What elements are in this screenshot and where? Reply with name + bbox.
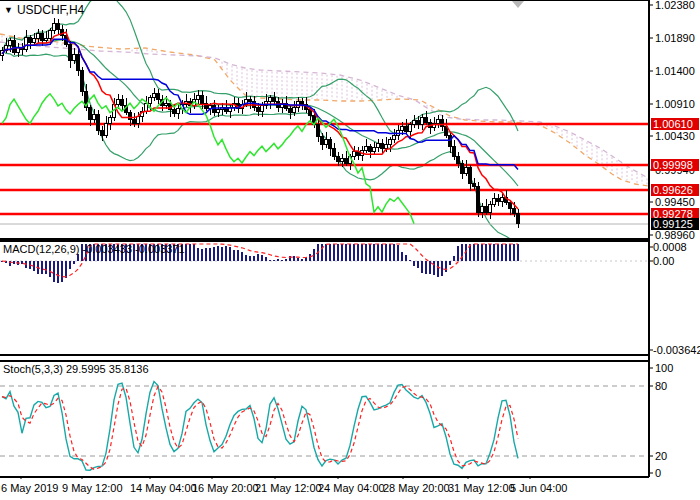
macd-histogram-bar (345, 244, 348, 261)
macd-histogram-bar (201, 249, 204, 261)
stoch-axis-label: 20 (655, 450, 667, 462)
level-price-badge: 0.99998 (651, 159, 699, 171)
macd-histogram-bar (189, 244, 192, 261)
candle-body (81, 71, 84, 91)
macd-histogram-bar (293, 256, 296, 261)
time-axis-label[interactable]: 5 Jun 04:00 (510, 482, 568, 494)
candle-body (101, 130, 104, 135)
macd-histogram-bar (257, 254, 260, 261)
macd-histogram-bar (421, 261, 424, 273)
scroll-position-marker-icon (512, 1, 524, 8)
candle-body (89, 108, 92, 119)
time-axis-label[interactable]: 21 May 12:00 (255, 482, 322, 494)
price-axis-label: 1.02380 (655, 0, 695, 11)
candle-body (381, 144, 384, 149)
senkou-span-a-line (0, 34, 648, 186)
time-axis-label[interactable]: 14 May 04:00 (130, 482, 197, 494)
candle-body (133, 119, 136, 123)
candle-body (177, 109, 180, 114)
candle-body (153, 94, 156, 98)
time-axis-label[interactable]: 28 May 20:00 (383, 482, 450, 494)
candle-body (513, 208, 516, 213)
time-axis-label[interactable]: 31 May 12:00 (448, 482, 515, 494)
macd-histogram-bar (477, 244, 480, 261)
candle-body (385, 145, 388, 149)
candle-body (465, 168, 468, 173)
macd-histogram-bar (401, 252, 404, 261)
macd-histogram-bar (45, 261, 48, 274)
macd-histogram-bar (517, 244, 520, 261)
macd-histogram-bar (53, 261, 56, 282)
macd-axis-label: -0.003642 (653, 344, 700, 356)
chikou-span-line (2, 94, 414, 224)
candle-body (317, 125, 320, 137)
trading-chart-window: ▼USDCHF,H4 MACD(12,26,9) -0.003433 -0.00… (0, 0, 700, 500)
stoch-axis-label: 0 (655, 467, 661, 479)
candle-body (197, 95, 200, 99)
macd-histogram-bar (457, 246, 460, 261)
candle-body (217, 110, 220, 113)
symbol-text: USDCHF,H4 (17, 3, 84, 17)
macd-histogram-bar (297, 258, 300, 261)
candle-body (269, 98, 272, 102)
candle-body (29, 37, 32, 42)
candle-body (25, 37, 28, 49)
price-axis-label: 1.01400 (655, 65, 695, 77)
macd-histogram-bar (197, 248, 200, 261)
time-axis-label[interactable]: 9 May 12:00 (62, 482, 123, 494)
candle-body (345, 158, 348, 163)
macd-histogram-bar (357, 244, 360, 261)
candle-body (453, 146, 456, 157)
candle-body (49, 31, 52, 39)
macd-indicator-label: MACD(12,26,9) -0.003433 -0.003371 (3, 243, 185, 255)
macd-histogram-bar (65, 261, 68, 278)
candle-body (201, 95, 204, 103)
candle-body (289, 109, 292, 113)
macd-histogram-bar (253, 256, 256, 261)
macd-histogram-bar (337, 244, 340, 261)
macd-histogram-bar (265, 257, 268, 261)
candle-body (257, 107, 260, 111)
candle-body (249, 99, 252, 102)
price-axis-label: 0.98960 (655, 229, 695, 241)
candle-body (77, 54, 80, 71)
macd-histogram-bar (513, 244, 516, 261)
candle-body (261, 106, 264, 111)
candle-body (137, 117, 140, 124)
candle-body (105, 123, 108, 135)
macd-histogram-bar (281, 260, 284, 261)
candle-body (457, 157, 460, 164)
candle-body (473, 184, 476, 187)
price-axis-label: 1.00910 (655, 98, 695, 110)
chart-dropdown-icon: ▼ (4, 5, 13, 15)
chart-plot-svg[interactable] (0, 0, 700, 479)
macd-histogram-bar (57, 261, 60, 283)
candle-body (501, 197, 504, 201)
candle-body (393, 135, 396, 139)
time-axis-label[interactable]: 24 May 04:00 (318, 482, 385, 494)
candle-body (121, 99, 124, 106)
macd-histogram-bar (385, 244, 388, 261)
macd-histogram-bar (241, 252, 244, 261)
candle-body (33, 39, 36, 43)
macd-histogram-bar (301, 259, 304, 261)
macd-histogram-bar (381, 244, 384, 261)
candle-body (373, 148, 376, 152)
macd-axis-label: 0.00 (653, 255, 674, 267)
stoch-indicator-label: Stoch(5,3,3) 29.5995 35.8136 (3, 363, 149, 375)
macd-histogram-bar (321, 244, 324, 261)
candle-body (333, 149, 336, 157)
candle-body (417, 121, 420, 125)
candle-body (485, 207, 488, 212)
candle-body (157, 94, 160, 99)
macd-histogram-bar (493, 244, 496, 261)
macd-histogram-bar (473, 244, 476, 261)
macd-histogram-bar (273, 260, 276, 261)
time-axis-label[interactable]: 6 May 2019 (1, 482, 58, 494)
macd-histogram-bar (373, 244, 376, 261)
time-axis-label[interactable]: 16 May 20:00 (192, 482, 259, 494)
level-price-badge: 1.00610 (651, 118, 699, 130)
candle-body (401, 126, 404, 130)
current-price-badge: 0.99125 (651, 218, 699, 230)
bollinger-lower-line (2, 51, 518, 241)
